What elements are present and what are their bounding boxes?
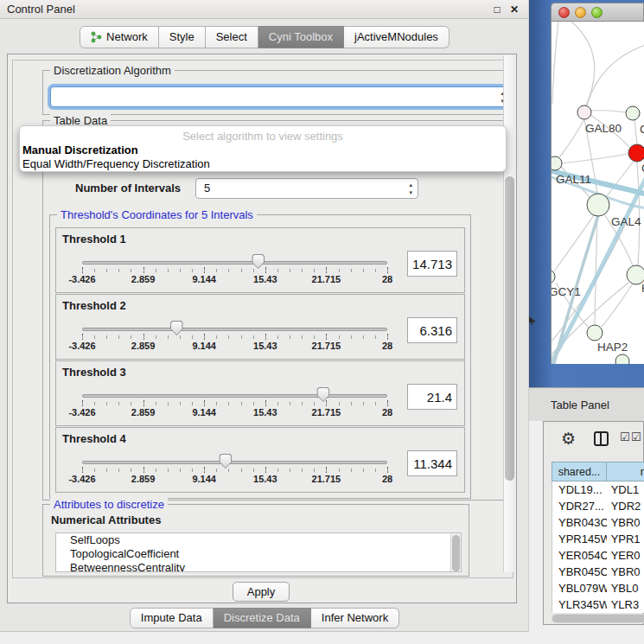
- table-horizontal-scrollbar[interactable]: [552, 614, 644, 623]
- table-row[interactable]: YER054CYER0: [552, 547, 644, 564]
- network-node-bottom[interactable]: [615, 354, 629, 364]
- tab-network-label: Network: [106, 27, 148, 48]
- tab-style[interactable]: Style: [159, 26, 206, 48]
- network-node-hap2[interactable]: [587, 325, 603, 341]
- thresholds-group: Threshold's Coordinates for 5 Intervals …: [49, 214, 471, 499]
- table-row[interactable]: YLR345WYLR3: [552, 596, 644, 613]
- main-scrollbar-thumb[interactable]: [505, 176, 514, 481]
- screen: Control Panel □ ✕ Network Style Select C…: [0, 0, 644, 644]
- popup-option-equal-width-frequency[interactable]: Equal Width/Frequency Discretization: [22, 157, 210, 170]
- list-item[interactable]: SelfLoops: [56, 533, 461, 547]
- tab-jactivemnodules[interactable]: jActiveMNodules: [344, 26, 450, 48]
- network-node-top-right[interactable]: [626, 106, 640, 120]
- column-header-name[interactable]: n...: [606, 462, 644, 481]
- node-label: GCY1: [552, 285, 581, 298]
- checkbox-icon[interactable]: ☑: [631, 430, 641, 443]
- network-view-window: GAL80 GA C GAL11 GAL4 GCY1 H HAP2: [551, 3, 644, 364]
- attributes-group-title: Attributes to discretize: [50, 498, 168, 511]
- threshold-4-slider-thumb[interactable]: [219, 454, 232, 469]
- threshold-3-value-field[interactable]: [407, 384, 457, 410]
- threshold-1-slider-track[interactable]: [82, 261, 387, 265]
- network-node-gal80[interactable]: [577, 105, 591, 119]
- network-icon: [91, 31, 102, 43]
- spinner-icon: ▴▾: [409, 181, 412, 196]
- bottom-tab-bar: Impute Data Discretize Data Infer Networ…: [0, 608, 529, 628]
- node-table: shared... n... YDL19...YDL1 YDR27...YDR2…: [552, 462, 644, 613]
- popup-option-manual-discretization[interactable]: Manual Discretization: [22, 143, 138, 156]
- close-window-icon[interactable]: ✕: [507, 3, 521, 16]
- algorithm-popup-hint: Select algorithm to view settings: [20, 130, 506, 143]
- tab-discretize-data[interactable]: Discretize Data: [214, 608, 311, 628]
- column-header-shared-name[interactable]: shared...: [552, 462, 606, 481]
- table-row[interactable]: YDL19...YDL1: [552, 481, 644, 498]
- node-label: GAL4: [611, 215, 641, 228]
- table-panel-title: Table Panel: [551, 399, 609, 411]
- mac-close-button[interactable]: [558, 7, 570, 18]
- discretization-algorithm-group: Discretization Algorithm ▴▾: [42, 70, 509, 115]
- network-canvas[interactable]: GAL80 GA C GAL11 GAL4 GCY1 H HAP2: [551, 22, 644, 364]
- threshold-2-slider-track[interactable]: [82, 328, 387, 331]
- table-panel-titlebar: Table Panel: [529, 387, 644, 421]
- threshold-1-value-field[interactable]: [407, 251, 457, 277]
- checkbox-icon[interactable]: ☑: [620, 430, 630, 443]
- threshold-4-value-field[interactable]: [407, 450, 457, 476]
- table-row[interactable]: YDR27...YDR2: [552, 498, 644, 514]
- tab-infer-network[interactable]: Infer Network: [311, 608, 399, 628]
- threshold-2-slider-thumb[interactable]: [170, 321, 183, 335]
- mac-zoom-button[interactable]: [591, 7, 603, 18]
- interval-definition-group: Interval Definition Number of Intervals …: [42, 165, 509, 501]
- numerical-attributes-list: SelfLoops TopologicalCoefficient Between…: [55, 532, 462, 572]
- discretization-algorithm-title: Discretization Algorithm: [50, 64, 175, 77]
- table-row[interactable]: YPR145WYPR1: [552, 531, 644, 547]
- number-of-intervals-combobox[interactable]: 5 ▴▾: [195, 178, 418, 199]
- number-of-intervals-value: 5: [204, 182, 210, 194]
- tab-network[interactable]: Network: [80, 26, 159, 48]
- list-item[interactable]: TopologicalCoefficient: [56, 547, 461, 561]
- split-view-icon[interactable]: [594, 431, 609, 446]
- threshold-2-panel: Threshold 2 -3.4262.8599.14415.4321.7152…: [55, 294, 465, 360]
- attributes-group: Attributes to discretize Numerical Attri…: [42, 504, 469, 577]
- node-label: GAL80: [585, 122, 622, 135]
- float-window-icon[interactable]: □: [490, 3, 504, 16]
- threshold-1-panel: Threshold 1 -3.4262.8599.14415.4321.7152…: [55, 227, 465, 293]
- control-panel-window: Control Panel □ ✕ Network Style Select C…: [0, 0, 529, 632]
- cyni-main-panel: Discretization Algorithm ▴▾ Table Data g…: [7, 54, 517, 603]
- threshold-3-slider-thumb[interactable]: [316, 387, 329, 402]
- thresholds-group-title: Threshold's Coordinates for 5 Intervals: [57, 208, 257, 221]
- apply-button[interactable]: Apply: [233, 582, 290, 602]
- window-title: Control Panel: [7, 3, 75, 16]
- algorithm-popup: Select algorithm to view settings Manual…: [19, 125, 507, 172]
- network-node-gal11[interactable]: [552, 156, 562, 170]
- mac-minimize-button[interactable]: [575, 7, 586, 18]
- network-node-selected-red[interactable]: [628, 144, 644, 162]
- control-panel-titlebar: Control Panel □ ✕: [0, 0, 528, 19]
- threshold-4-slider-track[interactable]: [82, 461, 387, 464]
- node-label: HAP2: [597, 341, 628, 354]
- tab-cyni-toolbox[interactable]: Cyni Toolbox: [258, 26, 344, 48]
- tab-select[interactable]: Select: [206, 26, 258, 48]
- threshold-2-value-field[interactable]: [407, 317, 457, 343]
- threshold-1-slider-thumb[interactable]: [252, 254, 265, 269]
- table-row[interactable]: YBL079WYBL0: [552, 580, 644, 596]
- threshold-3-slider-track[interactable]: [82, 394, 387, 398]
- gear-icon[interactable]: ⚙: [561, 429, 576, 449]
- table-row[interactable]: YBR043CYBR0: [552, 514, 644, 531]
- table-toolbar: ⚙ ☑ ☑: [549, 427, 644, 456]
- table-row[interactable]: YBR045CYBR0: [552, 564, 644, 580]
- threshold-4-panel: Threshold 4 -3.4262.8599.14415.4321.7152…: [55, 427, 465, 493]
- list-scrollbar[interactable]: [450, 533, 461, 571]
- list-item[interactable]: BetweennessCentrality: [56, 561, 461, 572]
- numerical-attributes-label: Numerical Attributes: [51, 513, 161, 526]
- table-hscrollbar-thumb[interactable]: [552, 615, 644, 622]
- network-node-gal4[interactable]: [587, 194, 609, 216]
- network-node-gcy1[interactable]: [552, 270, 555, 284]
- number-of-intervals-label: Number of Intervals: [75, 182, 181, 194]
- tab-impute-data[interactable]: Impute Data: [130, 608, 214, 628]
- table-panel: ⚙ ☑ ☑ shared... n... YDL19...YDL1 YDR27.…: [543, 421, 644, 625]
- threshold-3-panel: Threshold 3 -3.4262.8599.14415.4321.7152…: [55, 360, 465, 426]
- table-body: YDL19...YDL1 YDR27...YDR2 YBR043CYBR0 YP…: [552, 481, 644, 613]
- network-window-titlebar[interactable]: [551, 3, 644, 22]
- node-label: GAL11: [556, 173, 591, 186]
- network-graph: GAL80 GA C GAL11 GAL4 GCY1 H HAP2: [552, 22, 644, 364]
- algorithm-combobox[interactable]: ▴▾: [50, 86, 510, 107]
